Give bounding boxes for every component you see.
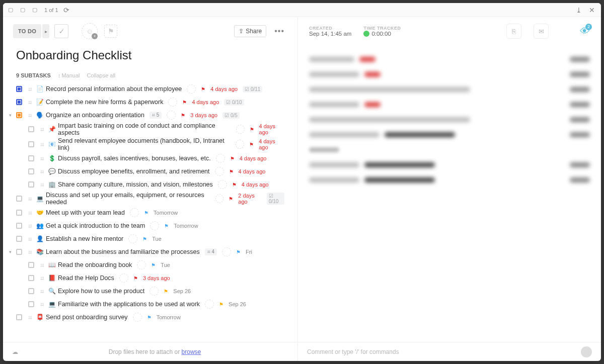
- task-row[interactable]: ⌗📌Impart basic training on code of condu…: [16, 122, 284, 137]
- priority-flag-icon[interactable]: ⚑: [249, 142, 254, 147]
- priority-flag-icon[interactable]: ⚑: [230, 156, 235, 161]
- task-status-checkbox[interactable]: [28, 275, 34, 281]
- task-status-checkbox[interactable]: [28, 168, 34, 174]
- priority-flag-icon[interactable]: ⚑: [142, 236, 147, 242]
- task-status-checkbox[interactable]: [16, 86, 22, 92]
- sort-dropdown[interactable]: ↕ Manual: [58, 72, 80, 78]
- status-button[interactable]: TO DO: [13, 24, 41, 38]
- status-next-button[interactable]: ▸: [42, 24, 49, 38]
- assignee-placeholder[interactable]: [150, 221, 159, 230]
- task-status-checkbox[interactable]: [28, 126, 34, 132]
- complete-check-button[interactable]: ✓: [54, 24, 68, 38]
- task-row[interactable]: ⌗👥Get a quick introduction to the team⚑T…: [16, 219, 284, 232]
- breadcrumb-3[interactable]: ▢: [32, 7, 37, 13]
- assignee-placeholder[interactable]: [222, 247, 231, 256]
- task-row[interactable]: ▾⌗🗣️Organize an onboarding orientation⌗ …: [16, 109, 284, 122]
- comment-input[interactable]: Comment or type '/' for commands: [307, 348, 578, 355]
- due-date[interactable]: 4 days ago: [192, 99, 219, 105]
- breadcrumb-2[interactable]: ▢: [20, 7, 25, 13]
- task-row[interactable]: ⌗💬Discuss employee benefits, enrollment,…: [16, 165, 284, 178]
- due-date[interactable]: 4 days ago: [242, 181, 269, 188]
- task-row[interactable]: ⌗👤Establish a new hire mentor⚑Tue: [16, 232, 284, 245]
- task-status-checkbox[interactable]: [16, 112, 22, 118]
- task-status-checkbox[interactable]: [28, 262, 34, 268]
- task-status-checkbox[interactable]: [16, 236, 22, 242]
- task-row[interactable]: ⌗💲Discuss payroll, sales incentives, bon…: [16, 152, 284, 165]
- due-date[interactable]: Tomorrow: [154, 210, 178, 216]
- priority-flag-icon[interactable]: ⚑: [219, 302, 223, 307]
- assignee-placeholder[interactable]: [187, 84, 196, 94]
- assignee-placeholder[interactable]: [215, 194, 223, 203]
- assignee-placeholder[interactable]: [149, 287, 159, 296]
- task-status-checkbox[interactable]: [16, 223, 22, 229]
- task-row[interactable]: ⌗🔍Explore how to use the product⚑Sep 26: [16, 285, 284, 298]
- task-row[interactable]: ⌗📮Send post onboarding survey⚑Tomorrow: [16, 311, 284, 324]
- more-menu-button[interactable]: •••: [271, 27, 287, 36]
- task-status-checkbox[interactable]: [16, 314, 22, 320]
- expand-caret-icon[interactable]: ▾: [9, 249, 13, 254]
- refresh-icon[interactable]: ⟳: [61, 5, 71, 15]
- due-date[interactable]: Fri: [246, 249, 252, 255]
- priority-flag-icon[interactable]: ⚑: [133, 276, 138, 281]
- priority-flag-icon[interactable]: ⚑: [144, 210, 148, 216]
- priority-flag-icon[interactable]: ⚑: [181, 113, 185, 118]
- due-date[interactable]: 3 days ago: [190, 112, 217, 118]
- assignee-placeholder[interactable]: [128, 234, 137, 243]
- priority-flag-icon[interactable]: ⚑: [147, 315, 152, 320]
- due-date[interactable]: 2 days ago: [238, 193, 262, 205]
- priority-flag-icon[interactable]: ⚑: [164, 289, 168, 294]
- due-date[interactable]: 4 days ago: [210, 86, 238, 92]
- breadcrumb-1[interactable]: ▢: [8, 7, 13, 13]
- task-row[interactable]: ⌗📧Send relevant employee documents (hand…: [16, 137, 284, 152]
- assignee-placeholder[interactable]: [205, 300, 214, 309]
- due-date[interactable]: Tue: [161, 262, 170, 268]
- assignee-placeholder[interactable]: [218, 180, 227, 189]
- due-date[interactable]: Tomorrow: [157, 314, 181, 320]
- play-icon[interactable]: [363, 31, 369, 37]
- priority-flag-icon[interactable]: ⚑: [201, 86, 205, 92]
- due-date[interactable]: 4 days ago: [259, 138, 284, 150]
- priority-flag-icon[interactable]: ⚑: [182, 100, 187, 105]
- priority-flag-icon[interactable]: ⚑: [151, 262, 156, 268]
- task-row[interactable]: ▾⌗📚Learn about the business and familiar…: [16, 245, 284, 258]
- priority-flag-button[interactable]: ⚑: [103, 23, 119, 39]
- priority-flag-icon[interactable]: ⚑: [229, 196, 233, 202]
- due-date[interactable]: 4 days ago: [259, 123, 284, 135]
- task-status-checkbox[interactable]: [28, 288, 34, 294]
- due-date[interactable]: Sep 26: [229, 301, 246, 307]
- priority-flag-icon[interactable]: ⚑: [250, 127, 254, 132]
- task-status-checkbox[interactable]: [16, 210, 22, 216]
- watchers-button[interactable]: 👁 2: [580, 26, 590, 37]
- assignee-placeholder[interactable]: [236, 140, 244, 149]
- close-icon[interactable]: ✕: [587, 5, 597, 15]
- assignee-placeholder[interactable]: [216, 154, 225, 163]
- task-row[interactable]: ⌗💻Discuss and set up your emails, equipm…: [16, 191, 284, 206]
- priority-flag-icon[interactable]: ⚑: [164, 223, 169, 229]
- due-date[interactable]: 4 days ago: [240, 155, 267, 161]
- task-row[interactable]: ⌗🤝Meet up with your team lead⚑Tomorrow: [16, 206, 284, 219]
- task-status-checkbox[interactable]: [28, 155, 34, 161]
- assignee-placeholder[interactable]: [215, 167, 224, 176]
- attachment-dropzone[interactable]: ☁ Drop files here to attach or browse: [3, 342, 297, 361]
- priority-flag-icon[interactable]: ⚑: [232, 182, 237, 188]
- assignee-button[interactable]: ☺ +: [82, 23, 98, 39]
- task-status-checkbox[interactable]: [28, 141, 34, 147]
- collapse-all-button[interactable]: Collapse all: [87, 72, 115, 78]
- priority-flag-icon[interactable]: ⚑: [236, 249, 241, 255]
- assignee-placeholder[interactable]: [168, 98, 177, 107]
- task-row[interactable]: ⌗🏢Share company culture, mission, and vi…: [16, 178, 284, 191]
- task-row[interactable]: ⌗📝Complete the new hire forms & paperwor…: [16, 96, 284, 109]
- due-date[interactable]: 4 days ago: [239, 168, 266, 174]
- share-button[interactable]: ⇪ Share: [234, 25, 266, 37]
- assignee-placeholder[interactable]: [133, 313, 142, 322]
- comment-toggle-icon[interactable]: ✉: [534, 24, 549, 39]
- browse-link[interactable]: browse: [182, 348, 201, 355]
- task-row[interactable]: ⌗📖Read the onboarding book⚑Tue: [16, 258, 284, 271]
- expand-caret-icon[interactable]: ▾: [9, 113, 13, 118]
- task-row[interactable]: ⌗📄Record personal information about the …: [16, 82, 284, 96]
- assignee-placeholder[interactable]: [236, 125, 245, 134]
- due-date[interactable]: Tomorrow: [174, 223, 198, 229]
- task-title[interactable]: Onboarding Checklist: [3, 45, 297, 69]
- task-row[interactable]: ⌗💻Familiarize with the applications to b…: [16, 298, 284, 311]
- due-date[interactable]: Tue: [152, 236, 162, 242]
